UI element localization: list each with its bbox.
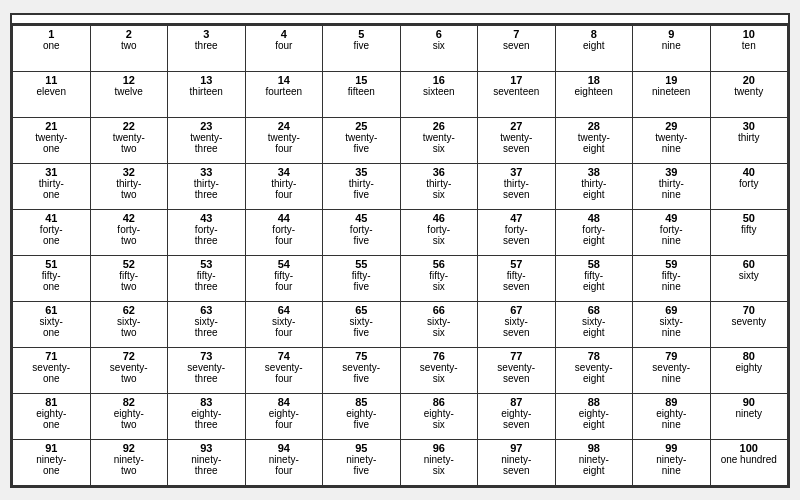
number-cell: 32 thirty-two	[90, 163, 168, 209]
number-word: thirty-five	[324, 178, 399, 200]
number-cell: 9 nine	[633, 25, 711, 71]
number-value: 42	[92, 212, 167, 224]
numbers-table: 1 one 2 two 3 three 4 four 5 five 6 six …	[12, 25, 788, 486]
number-cell: 76 seventy-six	[400, 347, 478, 393]
number-cell: 16 sixteen	[400, 71, 478, 117]
number-word: twenty-eight	[557, 132, 632, 154]
number-value: 4	[247, 28, 322, 40]
number-cell: 34 thirty-four	[245, 163, 323, 209]
number-word: fifty-eight	[557, 270, 632, 292]
number-word: fifty-seven	[479, 270, 554, 292]
number-cell: 37 thirty-seven	[478, 163, 556, 209]
number-word: fifty-four	[247, 270, 322, 292]
number-value: 72	[92, 350, 167, 362]
number-value: 22	[92, 120, 167, 132]
number-cell: 49 forty-nine	[633, 209, 711, 255]
number-word: eighty-eight	[557, 408, 632, 430]
number-value: 9	[634, 28, 709, 40]
number-word: eleven	[14, 86, 89, 97]
number-word: thirteen	[169, 86, 244, 97]
number-cell: 14 fourteen	[245, 71, 323, 117]
number-cell: 39 thirty-nine	[633, 163, 711, 209]
number-cell: 66 sixty-six	[400, 301, 478, 347]
number-cell: 2 two	[90, 25, 168, 71]
number-value: 24	[247, 120, 322, 132]
number-value: 20	[712, 74, 787, 86]
number-word: two	[92, 40, 167, 51]
number-cell: 96 ninety-six	[400, 439, 478, 485]
number-word: forty-six	[402, 224, 477, 246]
number-cell: 10 ten	[710, 25, 788, 71]
number-cell: 52 fifty-two	[90, 255, 168, 301]
number-cell: 8 eight	[555, 25, 633, 71]
number-cell: 85 eighty-five	[323, 393, 401, 439]
number-word: seventy-three	[169, 362, 244, 384]
number-cell: 11 eleven	[13, 71, 91, 117]
number-value: 16	[402, 74, 477, 86]
number-value: 41	[14, 212, 89, 224]
number-value: 36	[402, 166, 477, 178]
number-word: fifty-nine	[634, 270, 709, 292]
number-cell: 17 seventeen	[478, 71, 556, 117]
number-cell: 90 ninety	[710, 393, 788, 439]
number-word: forty-five	[324, 224, 399, 246]
number-word: sixty	[712, 270, 787, 281]
number-value: 34	[247, 166, 322, 178]
number-cell: 5 five	[323, 25, 401, 71]
number-word: eighty-six	[402, 408, 477, 430]
number-word: eight	[557, 40, 632, 51]
number-value: 14	[247, 74, 322, 86]
number-cell: 56 fifty-six	[400, 255, 478, 301]
number-word: forty-four	[247, 224, 322, 246]
number-value: 64	[247, 304, 322, 316]
number-cell: 79 seventy-nine	[633, 347, 711, 393]
number-cell: 89 eighty-nine	[633, 393, 711, 439]
number-value: 58	[557, 258, 632, 270]
number-value: 56	[402, 258, 477, 270]
number-value: 89	[634, 396, 709, 408]
number-value: 66	[402, 304, 477, 316]
number-cell: 99 ninety-nine	[633, 439, 711, 485]
number-word: twelve	[92, 86, 167, 97]
number-word: thirty-six	[402, 178, 477, 200]
number-cell: 67 sixty-seven	[478, 301, 556, 347]
number-value: 67	[479, 304, 554, 316]
number-cell: 92 ninety-two	[90, 439, 168, 485]
number-word: thirty-eight	[557, 178, 632, 200]
number-word: thirty-seven	[479, 178, 554, 200]
main-container: 1 one 2 two 3 three 4 four 5 five 6 six …	[10, 13, 790, 488]
number-word: thirty-three	[169, 178, 244, 200]
number-value: 13	[169, 74, 244, 86]
number-word: ninety-two	[92, 454, 167, 476]
number-value: 15	[324, 74, 399, 86]
number-value: 35	[324, 166, 399, 178]
number-cell: 100 one hundred	[710, 439, 788, 485]
number-word: sixty-three	[169, 316, 244, 338]
number-cell: 23 twenty-three	[168, 117, 246, 163]
number-word: ninety-four	[247, 454, 322, 476]
number-value: 96	[402, 442, 477, 454]
number-value: 75	[324, 350, 399, 362]
number-word: eighty-three	[169, 408, 244, 430]
number-value: 91	[14, 442, 89, 454]
number-value: 84	[247, 396, 322, 408]
number-value: 28	[557, 120, 632, 132]
number-value: 5	[324, 28, 399, 40]
number-cell: 29 twenty-nine	[633, 117, 711, 163]
number-value: 17	[479, 74, 554, 86]
number-cell: 75 seventy-five	[323, 347, 401, 393]
number-cell: 84 eighty-four	[245, 393, 323, 439]
number-word: one hundred	[712, 454, 787, 465]
number-word: forty	[712, 178, 787, 189]
number-cell: 7 seven	[478, 25, 556, 71]
number-cell: 63 sixty-three	[168, 301, 246, 347]
number-cell: 3 three	[168, 25, 246, 71]
number-value: 10	[712, 28, 787, 40]
number-cell: 22 twenty-two	[90, 117, 168, 163]
number-cell: 21 twenty-one	[13, 117, 91, 163]
number-cell: 55 fifty-five	[323, 255, 401, 301]
number-value: 46	[402, 212, 477, 224]
number-value: 51	[14, 258, 89, 270]
number-cell: 46 forty-six	[400, 209, 478, 255]
number-value: 62	[92, 304, 167, 316]
